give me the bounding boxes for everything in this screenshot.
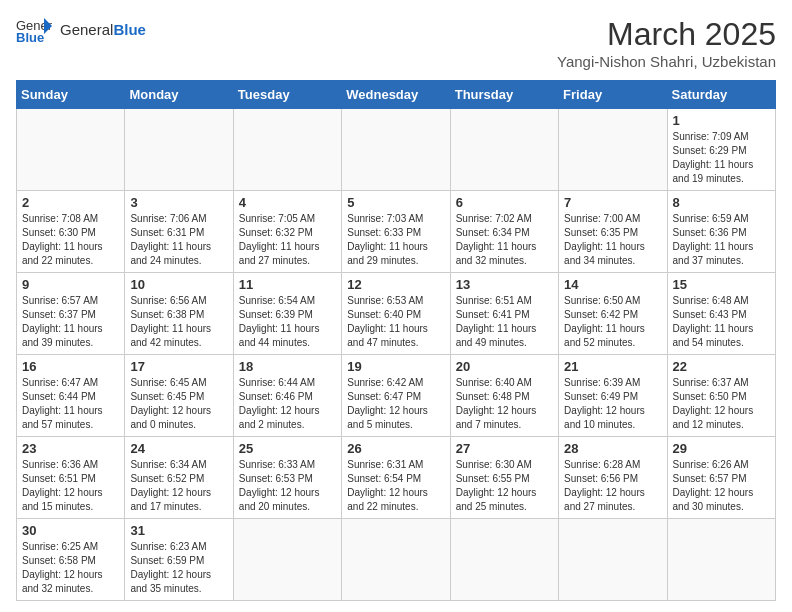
- day-number: 21: [564, 359, 661, 374]
- day-number: 25: [239, 441, 336, 456]
- day-number: 26: [347, 441, 444, 456]
- day-info: Sunrise: 6:44 AMSunset: 6:46 PMDaylight:…: [239, 376, 336, 432]
- logo-general-text: General: [60, 21, 113, 38]
- calendar-cell: 26Sunrise: 6:31 AMSunset: 6:54 PMDayligh…: [342, 437, 450, 519]
- day-info: Sunrise: 6:26 AMSunset: 6:57 PMDaylight:…: [673, 458, 770, 514]
- calendar-cell: 8Sunrise: 6:59 AMSunset: 6:36 PMDaylight…: [667, 191, 775, 273]
- day-number: 5: [347, 195, 444, 210]
- calendar-cell: [559, 519, 667, 601]
- day-info: Sunrise: 6:33 AMSunset: 6:53 PMDaylight:…: [239, 458, 336, 514]
- day-number: 9: [22, 277, 119, 292]
- day-number: 14: [564, 277, 661, 292]
- day-info: Sunrise: 7:09 AMSunset: 6:29 PMDaylight:…: [673, 130, 770, 186]
- weekday-header-friday: Friday: [559, 81, 667, 109]
- calendar-cell: 14Sunrise: 6:50 AMSunset: 6:42 PMDayligh…: [559, 273, 667, 355]
- day-number: 18: [239, 359, 336, 374]
- weekday-header-thursday: Thursday: [450, 81, 558, 109]
- calendar-cell: 1Sunrise: 7:09 AMSunset: 6:29 PMDaylight…: [667, 109, 775, 191]
- week-row-2: 2Sunrise: 7:08 AMSunset: 6:30 PMDaylight…: [17, 191, 776, 273]
- day-number: 24: [130, 441, 227, 456]
- calendar-cell: 5Sunrise: 7:03 AMSunset: 6:33 PMDaylight…: [342, 191, 450, 273]
- calendar-cell: 23Sunrise: 6:36 AMSunset: 6:51 PMDayligh…: [17, 437, 125, 519]
- calendar-cell: 3Sunrise: 7:06 AMSunset: 6:31 PMDaylight…: [125, 191, 233, 273]
- location-subtitle: Yangi-Nishon Shahri, Uzbekistan: [557, 53, 776, 70]
- calendar-cell: 17Sunrise: 6:45 AMSunset: 6:45 PMDayligh…: [125, 355, 233, 437]
- day-info: Sunrise: 7:05 AMSunset: 6:32 PMDaylight:…: [239, 212, 336, 268]
- day-number: 10: [130, 277, 227, 292]
- calendar-cell: 16Sunrise: 6:47 AMSunset: 6:44 PMDayligh…: [17, 355, 125, 437]
- day-info: Sunrise: 6:37 AMSunset: 6:50 PMDaylight:…: [673, 376, 770, 432]
- day-info: Sunrise: 6:28 AMSunset: 6:56 PMDaylight:…: [564, 458, 661, 514]
- weekday-header-row: SundayMondayTuesdayWednesdayThursdayFrid…: [17, 81, 776, 109]
- day-info: Sunrise: 6:23 AMSunset: 6:59 PMDaylight:…: [130, 540, 227, 596]
- calendar-cell: 13Sunrise: 6:51 AMSunset: 6:41 PMDayligh…: [450, 273, 558, 355]
- calendar-cell: 29Sunrise: 6:26 AMSunset: 6:57 PMDayligh…: [667, 437, 775, 519]
- day-info: Sunrise: 7:02 AMSunset: 6:34 PMDaylight:…: [456, 212, 553, 268]
- calendar-cell: 6Sunrise: 7:02 AMSunset: 6:34 PMDaylight…: [450, 191, 558, 273]
- day-info: Sunrise: 6:57 AMSunset: 6:37 PMDaylight:…: [22, 294, 119, 350]
- calendar-cell: 12Sunrise: 6:53 AMSunset: 6:40 PMDayligh…: [342, 273, 450, 355]
- day-info: Sunrise: 6:56 AMSunset: 6:38 PMDaylight:…: [130, 294, 227, 350]
- day-info: Sunrise: 6:40 AMSunset: 6:48 PMDaylight:…: [456, 376, 553, 432]
- week-row-6: 30Sunrise: 6:25 AMSunset: 6:58 PMDayligh…: [17, 519, 776, 601]
- week-row-3: 9Sunrise: 6:57 AMSunset: 6:37 PMDaylight…: [17, 273, 776, 355]
- day-number: 3: [130, 195, 227, 210]
- day-info: Sunrise: 7:06 AMSunset: 6:31 PMDaylight:…: [130, 212, 227, 268]
- day-number: 7: [564, 195, 661, 210]
- day-info: Sunrise: 6:53 AMSunset: 6:40 PMDaylight:…: [347, 294, 444, 350]
- day-number: 19: [347, 359, 444, 374]
- calendar-cell: 25Sunrise: 6:33 AMSunset: 6:53 PMDayligh…: [233, 437, 341, 519]
- day-info: Sunrise: 6:25 AMSunset: 6:58 PMDaylight:…: [22, 540, 119, 596]
- day-info: Sunrise: 7:03 AMSunset: 6:33 PMDaylight:…: [347, 212, 444, 268]
- calendar-cell: 4Sunrise: 7:05 AMSunset: 6:32 PMDaylight…: [233, 191, 341, 273]
- day-number: 11: [239, 277, 336, 292]
- calendar-cell: 7Sunrise: 7:00 AMSunset: 6:35 PMDaylight…: [559, 191, 667, 273]
- weekday-header-tuesday: Tuesday: [233, 81, 341, 109]
- calendar-cell: 22Sunrise: 6:37 AMSunset: 6:50 PMDayligh…: [667, 355, 775, 437]
- day-number: 29: [673, 441, 770, 456]
- weekday-header-wednesday: Wednesday: [342, 81, 450, 109]
- svg-text:Blue: Blue: [16, 30, 44, 44]
- calendar-cell: 11Sunrise: 6:54 AMSunset: 6:39 PMDayligh…: [233, 273, 341, 355]
- title-area: March 2025 Yangi-Nishon Shahri, Uzbekist…: [557, 16, 776, 70]
- page-header: General Blue GeneralBlue March 2025 Yang…: [16, 16, 776, 70]
- calendar-table: SundayMondayTuesdayWednesdayThursdayFrid…: [16, 80, 776, 601]
- day-info: Sunrise: 6:45 AMSunset: 6:45 PMDaylight:…: [130, 376, 227, 432]
- week-row-5: 23Sunrise: 6:36 AMSunset: 6:51 PMDayligh…: [17, 437, 776, 519]
- calendar-cell: [342, 519, 450, 601]
- calendar-cell: [125, 109, 233, 191]
- day-number: 22: [673, 359, 770, 374]
- calendar-cell: 2Sunrise: 7:08 AMSunset: 6:30 PMDaylight…: [17, 191, 125, 273]
- calendar-cell: 24Sunrise: 6:34 AMSunset: 6:52 PMDayligh…: [125, 437, 233, 519]
- day-number: 28: [564, 441, 661, 456]
- calendar-cell: 18Sunrise: 6:44 AMSunset: 6:46 PMDayligh…: [233, 355, 341, 437]
- day-number: 15: [673, 277, 770, 292]
- day-info: Sunrise: 6:34 AMSunset: 6:52 PMDaylight:…: [130, 458, 227, 514]
- day-info: Sunrise: 6:47 AMSunset: 6:44 PMDaylight:…: [22, 376, 119, 432]
- calendar-cell: 9Sunrise: 6:57 AMSunset: 6:37 PMDaylight…: [17, 273, 125, 355]
- calendar-cell: 31Sunrise: 6:23 AMSunset: 6:59 PMDayligh…: [125, 519, 233, 601]
- day-info: Sunrise: 6:48 AMSunset: 6:43 PMDaylight:…: [673, 294, 770, 350]
- day-number: 23: [22, 441, 119, 456]
- day-info: Sunrise: 6:59 AMSunset: 6:36 PMDaylight:…: [673, 212, 770, 268]
- day-info: Sunrise: 6:42 AMSunset: 6:47 PMDaylight:…: [347, 376, 444, 432]
- day-number: 1: [673, 113, 770, 128]
- calendar-cell: [233, 109, 341, 191]
- calendar-cell: 30Sunrise: 6:25 AMSunset: 6:58 PMDayligh…: [17, 519, 125, 601]
- day-number: 16: [22, 359, 119, 374]
- day-number: 12: [347, 277, 444, 292]
- day-info: Sunrise: 6:50 AMSunset: 6:42 PMDaylight:…: [564, 294, 661, 350]
- calendar-cell: 21Sunrise: 6:39 AMSunset: 6:49 PMDayligh…: [559, 355, 667, 437]
- logo-blue-text: Blue: [113, 21, 146, 38]
- day-info: Sunrise: 6:30 AMSunset: 6:55 PMDaylight:…: [456, 458, 553, 514]
- logo-icon: General Blue: [16, 16, 52, 44]
- calendar-cell: [450, 519, 558, 601]
- calendar-cell: 20Sunrise: 6:40 AMSunset: 6:48 PMDayligh…: [450, 355, 558, 437]
- weekday-header-saturday: Saturday: [667, 81, 775, 109]
- calendar-cell: [17, 109, 125, 191]
- day-info: Sunrise: 6:54 AMSunset: 6:39 PMDaylight:…: [239, 294, 336, 350]
- calendar-cell: [667, 519, 775, 601]
- day-number: 2: [22, 195, 119, 210]
- calendar-cell: [342, 109, 450, 191]
- day-info: Sunrise: 6:31 AMSunset: 6:54 PMDaylight:…: [347, 458, 444, 514]
